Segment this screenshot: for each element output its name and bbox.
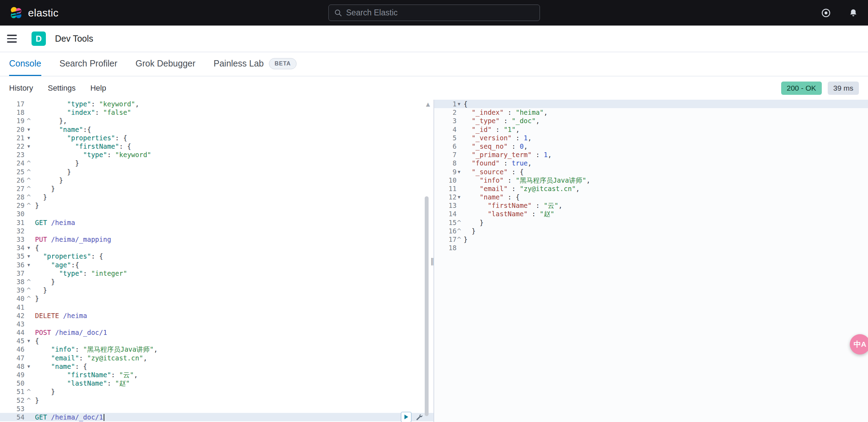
code-line-37[interactable]: 37 "type": "integer" [0,269,433,277]
fold-toggle-icon[interactable]: ▾ [457,100,461,108]
code-line-21[interactable]: 21▾ "properties": { [0,134,433,142]
code-line-6[interactable]: 6 "_seq_no" : 0, [434,142,868,150]
code-line-9[interactable]: 9▾ "_source" : { [434,168,868,176]
code-line-18[interactable]: 18 [434,244,868,252]
code-line-41[interactable]: 41 [0,303,433,311]
code-line-28[interactable]: 28^ } [0,193,433,201]
resize-handle[interactable]: ‖ [430,256,434,265]
fold-toggle-icon[interactable]: ^ [457,235,461,244]
fold-toggle-icon[interactable]: ^ [457,218,461,227]
code-line-11[interactable]: 11 "email" : "zy@itcast.cn", [434,184,868,193]
tab-console[interactable]: Console [9,52,41,76]
fold-toggle-icon[interactable]: ^ [25,277,33,286]
fold-toggle-icon[interactable]: ^ [25,396,33,405]
code-line-22[interactable]: 22▾ "firstName": { [0,142,433,150]
history-link[interactable]: History [9,84,33,93]
code-line-19[interactable]: 19^ }, [0,117,433,125]
fold-toggle-icon[interactable]: ▾ [457,168,461,176]
elastic-logo[interactable]: elastic [9,6,58,20]
fold-toggle-icon[interactable]: ▾ [25,252,33,260]
code-line-44[interactable]: 44POST /heima/_doc/1 [0,328,433,337]
code-line-46[interactable]: 46 "info": "黑马程序员Java讲师", [0,345,433,353]
code-line-34[interactable]: 34▾{ [0,244,433,252]
code-line-1[interactable]: 1▾{ [434,100,868,108]
fold-toggle-icon[interactable]: ^ [25,168,33,176]
code-line-52[interactable]: 52^} [0,396,433,405]
code-line-13[interactable]: 13 "firstName" : "云", [434,201,868,210]
fold-toggle-icon[interactable]: ▾ [25,337,33,345]
code-line-17[interactable]: 17^} [434,235,868,244]
fold-toggle-icon[interactable]: ▾ [25,244,33,252]
code-line-49[interactable]: 49 "firstName": "云", [0,371,433,379]
code-line-12[interactable]: 12▾ "name" : { [434,193,868,201]
code-line-38[interactable]: 38^ } [0,277,433,286]
fold-toggle-icon[interactable]: ▾ [25,362,33,371]
fold-toggle-icon[interactable]: ^ [457,227,461,235]
code-line-30[interactable]: 30 [0,210,433,218]
wrench-icon[interactable] [415,412,424,422]
code-line-50[interactable]: 50 "lastName": "赵" [0,379,433,387]
fold-toggle-icon[interactable]: ▾ [25,261,33,269]
code-line-18[interactable]: 18 "index": "false" [0,108,433,117]
fold-toggle-icon[interactable]: ^ [25,294,33,303]
code-line-10[interactable]: 10 "info" : "黑马程序员Java讲师", [434,176,868,184]
code-line-5[interactable]: 5 "_version" : 1, [434,134,868,142]
code-line-47[interactable]: 47 "email": "zy@itcast.cn", [0,354,433,362]
translate-float-button[interactable]: 中A [850,334,868,354]
code-line-26[interactable]: 26^ } [0,176,433,184]
code-line-3[interactable]: 3 "_type" : "_doc", [434,117,868,125]
tab-painless-lab[interactable]: Painless Lab BETA [214,52,297,76]
scrollbar-thumb[interactable] [425,196,429,416]
code-line-24[interactable]: 24^ } [0,159,433,167]
fold-toggle-icon[interactable]: ▾ [457,193,461,201]
code-line-32[interactable]: 32 [0,227,433,235]
fold-toggle-icon[interactable]: ^ [25,387,33,396]
fold-toggle-icon[interactable]: ^ [25,117,33,125]
code-line-2[interactable]: 2 "_index" : "heima", [434,108,868,117]
response-viewer[interactable]: 1▾{2 "_index" : "heima",3 "_type" : "_do… [434,100,868,422]
code-line-48[interactable]: 48▾ "name": { [0,362,433,371]
code-line-40[interactable]: 40^} [0,294,433,303]
code-line-23[interactable]: 23 "type": "keyword" [0,150,433,159]
scroll-up-arrow[interactable]: ▲ [426,101,430,107]
code-line-16[interactable]: 16^ } [434,227,868,235]
code-line-54[interactable]: 54GET /heima/_doc/1 [0,413,433,421]
code-line-36[interactable]: 36▾ "age":{ [0,261,433,269]
code-line-39[interactable]: 39^ } [0,286,433,294]
code-line-51[interactable]: 51^ } [0,387,433,396]
global-search-input[interactable] [346,8,534,17]
code-line-45[interactable]: 45▾{ [0,337,433,345]
code-line-14[interactable]: 14 "lastName" : "赵" [434,210,868,218]
code-line-43[interactable]: 43 [0,320,433,328]
help-link[interactable]: Help [90,84,106,93]
tab-grok-debugger[interactable]: Grok Debugger [136,52,195,76]
code-line-7[interactable]: 7 "_primary_term" : 1, [434,150,868,159]
fold-toggle-icon[interactable]: ▾ [25,142,33,150]
settings-link[interactable]: Settings [48,84,76,93]
tab-search-profiler[interactable]: Search Profiler [60,52,117,76]
request-editor[interactable]: 17 "type": "keyword",18 "index": "false"… [0,100,433,422]
fold-toggle-icon[interactable]: ^ [25,176,33,184]
code-line-25[interactable]: 25^ } [0,168,433,176]
code-line-31[interactable]: 31GET /heima [0,218,433,227]
code-line-53[interactable]: 53 [0,405,433,413]
code-line-15[interactable]: 15^ } [434,218,868,227]
alerts-icon[interactable] [848,7,859,19]
fold-toggle-icon[interactable]: ^ [25,193,33,201]
fold-toggle-icon[interactable]: ^ [25,201,33,210]
code-line-33[interactable]: 33PUT /heima/_mapping [0,235,433,244]
menu-button[interactable] [7,31,23,47]
code-line-17[interactable]: 17 "type": "keyword", [0,100,433,108]
global-search[interactable] [328,5,540,21]
code-line-35[interactable]: 35▾ "properties": { [0,252,433,260]
code-line-29[interactable]: 29^} [0,201,433,210]
send-request-button[interactable] [401,412,411,422]
fold-toggle-icon[interactable]: ▾ [25,125,33,134]
code-line-42[interactable]: 42DELETE /heima [0,311,433,320]
fold-toggle-icon[interactable]: ^ [25,286,33,294]
code-line-20[interactable]: 20▾ "name":{ [0,125,433,134]
code-line-8[interactable]: 8 "found" : true, [434,159,868,167]
fold-toggle-icon[interactable]: ^ [25,184,33,193]
fold-toggle-icon[interactable]: ^ [25,159,33,167]
fold-toggle-icon[interactable]: ▾ [25,134,33,142]
